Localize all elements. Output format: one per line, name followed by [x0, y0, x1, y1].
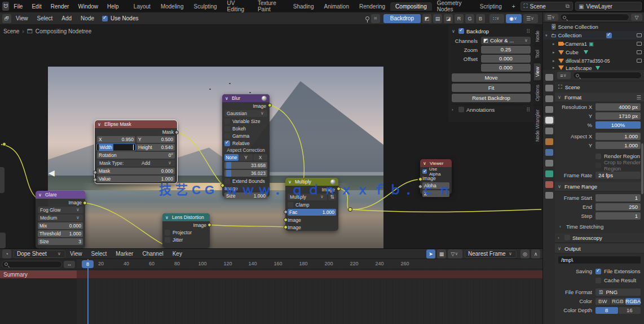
outliner[interactable]: ☰∨ ▽ 🗄 Scene Collection ▾ 🗀 Collection ▸… — [542, 12, 644, 70]
expand-icon[interactable]: ▾ — [545, 33, 549, 38]
editor-menu-icon[interactable]: ☰∨ — [523, 14, 538, 23]
aspect-correction-buttons[interactable]: None Y X — [224, 154, 267, 161]
channel-color-alpha-icon[interactable]: ◩ — [422, 14, 431, 23]
tab-rendering[interactable]: Rendering — [354, 2, 390, 11]
gamma-checkbox[interactable] — [224, 133, 230, 139]
new-scene-icon[interactable]: ⧉ — [566, 3, 570, 10]
tab-scripting[interactable]: Scripting — [475, 2, 507, 11]
mix-image1-input-socket[interactable] — [284, 218, 288, 222]
outliner-filter-icon[interactable]: ▽ — [631, 14, 642, 21]
channel-alpha-icon[interactable]: ◪ — [444, 14, 453, 23]
channel-search-input[interactable] — [2, 261, 62, 268]
mask-type-dropdown[interactable]: Mask Type:Add∨ — [97, 160, 175, 167]
channel-r-icon[interactable]: R — [455, 14, 464, 23]
file-extensions-checkbox[interactable] — [596, 269, 601, 274]
backdrop-prev-arrow-icon[interactable]: ◀ — [48, 168, 55, 177]
npanel-tab-options[interactable]: Options — [534, 81, 541, 104]
blender-logo-icon[interactable]: ᗢ — [2, 2, 9, 11]
offset-x-field[interactable]: 0.000 — [481, 55, 531, 63]
dope-editor-type-icon[interactable]: ◔ — [2, 249, 11, 259]
resolution-x-field[interactable]: 4000 px — [596, 103, 641, 111]
node-lens-distortion[interactable]: ∨ Lens Distortion Image Projector Jitter — [162, 213, 210, 248]
fit-button[interactable]: Fit — [452, 84, 531, 92]
filter-icon[interactable]: ▽∨ — [448, 249, 462, 259]
move-button[interactable]: Move — [452, 73, 531, 82]
aspect-y-field[interactable]: 1.000 — [596, 142, 641, 149]
outliner-row-landscape[interactable]: ▸ Landscape — [543, 65, 644, 71]
offset-y-field[interactable]: 0.000 — [481, 64, 531, 72]
timeline-ruler[interactable]: 20 40 60 80 100 120 140 160 180 200 220 … — [77, 259, 542, 269]
frame-end-field[interactable]: 250 — [596, 203, 641, 211]
render-visibility-icon[interactable] — [637, 42, 642, 46]
snapping-icon[interactable]: ∷∨ — [489, 14, 504, 23]
tab-geometry-nodes[interactable]: Geometry Nodes — [432, 0, 475, 14]
variable-size-checkbox[interactable] — [224, 119, 230, 124]
blur-y-field[interactable]: 36.023 — [224, 170, 267, 177]
dope-menu-view[interactable]: View — [65, 251, 87, 257]
color-rgb-button[interactable]: RGB — [611, 298, 625, 305]
playhead-frame-badge[interactable]: 8 — [82, 260, 94, 268]
blur-x-field[interactable]: 33.658 — [224, 162, 267, 169]
glare-quality-dropdown[interactable]: Medium∨ — [38, 214, 83, 221]
mask-rotation-field[interactable]: Rotation0° — [97, 152, 175, 159]
mask-mask-field[interactable]: Mask0.000 — [97, 168, 175, 174]
tab-animation[interactable]: Animation — [319, 2, 354, 11]
glare-image-output-socket[interactable] — [83, 201, 87, 205]
mask-x-field[interactable]: X0.950 — [97, 136, 135, 143]
tab-texture-paint[interactable]: Texture Paint — [253, 0, 288, 14]
tab-shading[interactable]: Shading — [288, 2, 319, 11]
ghost-frames-icon[interactable]: ▦ — [437, 249, 446, 259]
aspect-x-button[interactable]: X — [253, 154, 267, 161]
time-stretching-panel[interactable]: Time Stretching — [566, 224, 603, 230]
menu-help[interactable]: Help — [103, 3, 123, 10]
channel-color-icon[interactable]: ▤ — [433, 14, 442, 23]
display-mode-icon[interactable]: ☰∨ — [545, 14, 558, 21]
glare-mix-field[interactable]: Mix0.000 — [38, 222, 83, 229]
comp-menu-view[interactable]: View — [11, 15, 33, 21]
mask-output-socket[interactable] — [175, 130, 179, 134]
relative-checkbox[interactable] — [224, 141, 230, 146]
render-region-checkbox[interactable] — [596, 154, 601, 159]
color-mode-buttons[interactable]: BW RGB RGBA — [596, 298, 641, 305]
format-panel-header[interactable]: ∨Format ☰ — [555, 93, 644, 102]
comp-menu-select[interactable]: Select — [33, 15, 58, 21]
projector-checkbox[interactable] — [165, 230, 170, 235]
use-nodes-checkbox[interactable] — [102, 16, 108, 21]
output-panel-header[interactable]: ∨Output — [555, 244, 644, 253]
channels-dropdown[interactable]: ◩ Color & ... ∨ — [481, 37, 531, 45]
aspect-y-button[interactable]: Y — [239, 154, 253, 161]
aspect-none-button[interactable]: None — [224, 154, 239, 161]
world-properties-icon[interactable] — [545, 128, 553, 134]
parent-links-icon[interactable]: ⌗ — [371, 14, 380, 23]
keying-set-icon[interactable]: ◎ — [521, 249, 530, 259]
reset-backdrop-button[interactable]: Reset Backdrop — [452, 94, 531, 102]
scene-selector[interactable]: ⛶ Scene ⧉ — [521, 2, 573, 11]
properties-scrollbar[interactable] — [641, 143, 643, 194]
properties-filter-icon[interactable]: ≡∨ — [557, 72, 571, 79]
dope-menu-marker[interactable]: Marker — [111, 251, 138, 257]
tool-properties-icon[interactable] — [545, 74, 553, 81]
link-filter-icon[interactable]: ↔ — [64, 261, 75, 268]
blur-image-output-socket[interactable] — [268, 103, 272, 107]
modifier-properties-icon[interactable] — [545, 149, 553, 156]
glare-type-dropdown[interactable]: Fog Glow∨ — [38, 207, 83, 213]
outliner-row-cube[interactable]: ▸ Cube — [543, 48, 644, 56]
playhead-line[interactable] — [87, 259, 89, 324]
playhead-snap-icon[interactable]: ➤ — [426, 249, 435, 259]
menu-file[interactable]: File — [9, 3, 27, 10]
tab-layout[interactable]: Layout — [129, 2, 156, 11]
dope-menu-select[interactable]: Select — [87, 251, 112, 257]
channel-g-icon[interactable]: G — [465, 14, 474, 23]
clamp-checkbox[interactable] — [288, 202, 293, 208]
color-depth-buttons[interactable]: 8 16 — [596, 307, 641, 314]
expand-icon[interactable]: ▸ — [553, 42, 557, 46]
cache-result-checkbox[interactable] — [596, 278, 601, 283]
frame-rate-dropdown[interactable]: 24 fps — [596, 172, 641, 179]
render-visibility-icon[interactable] — [637, 33, 642, 37]
stereoscopy-panel-header[interactable]: ›Stereoscopy — [555, 233, 644, 243]
offscreen-node-sliver-2[interactable] — [0, 233, 6, 248]
glare-threshold-field[interactable]: Threshold1.000 — [38, 230, 83, 237]
panel-grip-icon[interactable]: ⠿ — [526, 28, 531, 34]
render-visibility-icon[interactable] — [637, 50, 642, 54]
expand-icon[interactable]: ▸ — [553, 50, 557, 55]
